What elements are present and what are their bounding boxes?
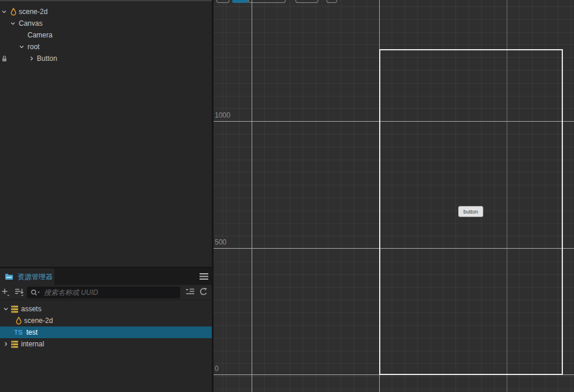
hierarchy-row-canvas[interactable]: Canvas bbox=[0, 18, 212, 29]
assets-tree: assets scene-2d TS test bbox=[0, 300, 212, 350]
gizmo-tool-button[interactable] bbox=[216, 0, 229, 3]
gizmo-tool-button[interactable] bbox=[248, 0, 286, 3]
editor-window: scene-2d Canvas Camera root Button bbox=[0, 0, 574, 392]
expand-collapse-button[interactable] bbox=[185, 287, 195, 298]
hierarchy-row-root[interactable]: root bbox=[0, 41, 212, 53]
add-asset-button[interactable] bbox=[1, 287, 11, 298]
lock-icon[interactable] bbox=[1, 55, 8, 62]
hierarchy-row-scene-2d[interactable]: scene-2d bbox=[0, 6, 212, 18]
chevron-down-icon[interactable] bbox=[1, 9, 7, 15]
hierarchy-row-button[interactable]: Button bbox=[0, 53, 212, 64]
ruler-label-500: 500 bbox=[215, 238, 226, 246]
asset-row-assets[interactable]: assets bbox=[0, 303, 212, 315]
hierarchy-panel: scene-2d Canvas Camera root Button bbox=[0, 0, 212, 267]
node-label: root bbox=[28, 41, 40, 53]
node-label: Canvas bbox=[19, 18, 43, 29]
asset-row-test[interactable]: TS test bbox=[0, 326, 212, 338]
asset-label: scene-2d bbox=[24, 315, 53, 326]
tab-assets-manager[interactable]: 资源管理器 bbox=[0, 269, 54, 285]
chevron-right-icon[interactable] bbox=[3, 341, 9, 347]
panel-menu-button[interactable] bbox=[199, 273, 209, 280]
typescript-badge: TS bbox=[14, 326, 23, 338]
assets-panel: 资源管理器 bbox=[0, 267, 212, 392]
left-column: scene-2d Canvas Camera root Button bbox=[0, 0, 212, 392]
gizmo-tool-button[interactable] bbox=[295, 0, 318, 3]
asset-row-internal[interactable]: internal bbox=[0, 338, 212, 350]
chevron-right-icon[interactable] bbox=[29, 56, 35, 61]
refresh-button[interactable] bbox=[198, 287, 209, 298]
list-expand-icon bbox=[185, 287, 195, 295]
assets-toolbar bbox=[0, 285, 212, 300]
scene-view[interactable]: 1000 500 0 button bbox=[214, 0, 574, 392]
chevron-down-icon[interactable] bbox=[3, 306, 9, 312]
scene-button-label: button bbox=[463, 209, 478, 215]
panel-tab-label: 资源管理器 bbox=[18, 272, 53, 282]
grid-major-vline bbox=[252, 0, 252, 392]
asset-db-icon bbox=[11, 341, 19, 348]
node-label: Button bbox=[37, 53, 57, 64]
chevron-down-icon[interactable] bbox=[19, 44, 25, 50]
scene-asset-icon bbox=[15, 317, 22, 325]
hamburger-icon bbox=[199, 273, 209, 280]
sort-icon bbox=[14, 287, 25, 297]
ruler-label-1000: 1000 bbox=[215, 111, 231, 119]
asset-label: assets bbox=[21, 303, 42, 315]
gizmo-tool-button[interactable] bbox=[326, 0, 337, 3]
asset-label: internal bbox=[21, 338, 44, 350]
gizmo-tool-button-active[interactable] bbox=[232, 0, 248, 3]
asset-search-box[interactable] bbox=[27, 287, 180, 298]
node-label: Camera bbox=[28, 29, 53, 41]
plus-icon bbox=[1, 287, 11, 297]
refresh-icon bbox=[198, 287, 208, 296]
scene-asset-icon bbox=[10, 8, 17, 16]
asset-row-scene-2d[interactable]: scene-2d bbox=[0, 315, 212, 326]
search-input[interactable] bbox=[43, 288, 177, 297]
assets-tabbar: 资源管理器 bbox=[0, 267, 212, 285]
hierarchy-row-camera[interactable]: Camera bbox=[0, 29, 212, 41]
chevron-down-icon[interactable] bbox=[10, 20, 16, 26]
asset-label: test bbox=[26, 326, 37, 338]
search-icon[interactable] bbox=[30, 289, 40, 297]
scene-button-node[interactable]: button bbox=[458, 206, 483, 217]
asset-db-icon bbox=[11, 305, 19, 313]
node-label: scene-2d bbox=[19, 6, 47, 18]
ruler-label-0: 0 bbox=[215, 365, 219, 373]
sort-assets-button[interactable] bbox=[14, 287, 25, 298]
folder-icon bbox=[5, 273, 13, 280]
